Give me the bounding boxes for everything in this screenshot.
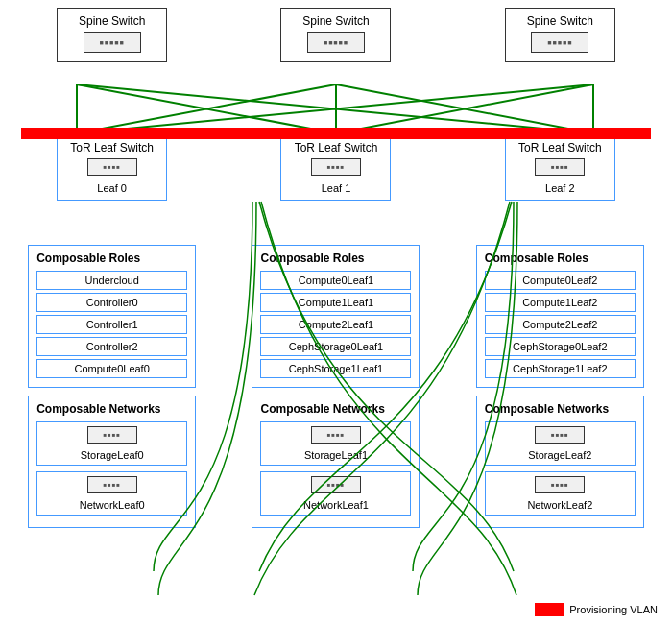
role-item: Compute1Leaf1 (260, 293, 411, 312)
legend-label: Provisioning VLAN (569, 604, 658, 615)
svg-line-5 (336, 84, 593, 133)
provisioning-vlan-bar (21, 128, 651, 139)
network-icon-4 (535, 426, 585, 444)
svg-line-6 (77, 84, 593, 133)
role-item: CephStorage0Leaf2 (485, 337, 636, 356)
network-icon-5 (535, 476, 585, 493)
network-item-2: StorageLeaf1 (260, 421, 411, 466)
tor-switch-icon-1 (311, 158, 361, 176)
role-item: Compute1Leaf2 (485, 293, 636, 312)
roles-box-2: Composable Roles Compute0Leaf2 Compute1L… (476, 245, 644, 388)
tor-switch-0: ToR Leaf Switch Leaf 0 (57, 134, 167, 201)
main-container: Spine Switch Spine Switch Spine Switch T… (0, 0, 672, 624)
column-1: Composable Roles Compute0Leaf1 Compute1L… (252, 245, 420, 528)
svg-line-2 (77, 84, 593, 133)
spine-switch-icon-1 (307, 32, 365, 53)
role-item: Compute0Leaf2 (485, 271, 636, 290)
role-item: CephStorage1Leaf2 (485, 359, 636, 378)
network-item-4: StorageLeaf2 (485, 421, 636, 466)
spine-switch-1: Spine Switch (280, 8, 391, 62)
network-item-1: NetworkLeaf0 (36, 471, 187, 516)
role-item: Controller0 (36, 293, 187, 312)
tor-row: ToR Leaf Switch Leaf 0 ToR Leaf Switch L… (0, 134, 672, 201)
svg-line-7 (336, 84, 593, 133)
spine-switch-icon-0 (84, 32, 141, 53)
role-item: Controller2 (36, 337, 187, 356)
role-item: Undercloud (36, 271, 187, 290)
spine-switch-2: Spine Switch (505, 8, 615, 62)
network-icon-0 (87, 426, 137, 444)
role-item: Controller1 (36, 315, 187, 334)
columns-row: Composable Roles Undercloud Controller0 … (0, 245, 672, 528)
svg-line-3 (77, 84, 336, 133)
network-item-5: NetworkLeaf2 (485, 471, 636, 516)
networks-box-2: Composable Networks StorageLeaf2 Network… (476, 396, 644, 528)
spine-switch-icon-2 (531, 32, 588, 53)
roles-box-1: Composable Roles Compute0Leaf1 Compute1L… (252, 245, 420, 388)
network-item-0: StorageLeaf0 (36, 421, 187, 466)
role-item: Compute0Leaf0 (36, 359, 187, 378)
role-item: Compute0Leaf1 (260, 271, 411, 290)
roles-box-0: Composable Roles Undercloud Controller0 … (28, 245, 196, 388)
column-0: Composable Roles Undercloud Controller0 … (28, 245, 196, 528)
legend: Provisioning VLAN (535, 603, 658, 616)
tor-switch-icon-2 (535, 158, 585, 176)
network-item-3: NetworkLeaf1 (260, 471, 411, 516)
tor-switch-2: ToR Leaf Switch Leaf 2 (505, 134, 615, 201)
spine-row: Spine Switch Spine Switch Spine Switch (0, 8, 672, 62)
role-item: Compute2Leaf2 (485, 315, 636, 334)
role-item: CephStorage0Leaf1 (260, 337, 411, 356)
role-item: CephStorage1Leaf1 (260, 359, 411, 378)
spine-switch-0: Spine Switch (57, 8, 167, 62)
network-icon-3 (311, 476, 361, 493)
network-icon-1 (87, 476, 137, 493)
column-2: Composable Roles Compute0Leaf2 Compute1L… (476, 245, 644, 528)
legend-color-box (535, 603, 564, 616)
networks-box-1: Composable Networks StorageLeaf1 Network… (252, 396, 420, 528)
svg-line-1 (77, 84, 336, 133)
networks-box-0: Composable Networks StorageLeaf0 Network… (28, 396, 196, 528)
role-item: Compute2Leaf1 (260, 315, 411, 334)
tor-switch-icon-0 (87, 158, 137, 176)
network-icon-2 (311, 426, 361, 444)
tor-switch-1: ToR Leaf Switch Leaf 1 (280, 134, 391, 201)
